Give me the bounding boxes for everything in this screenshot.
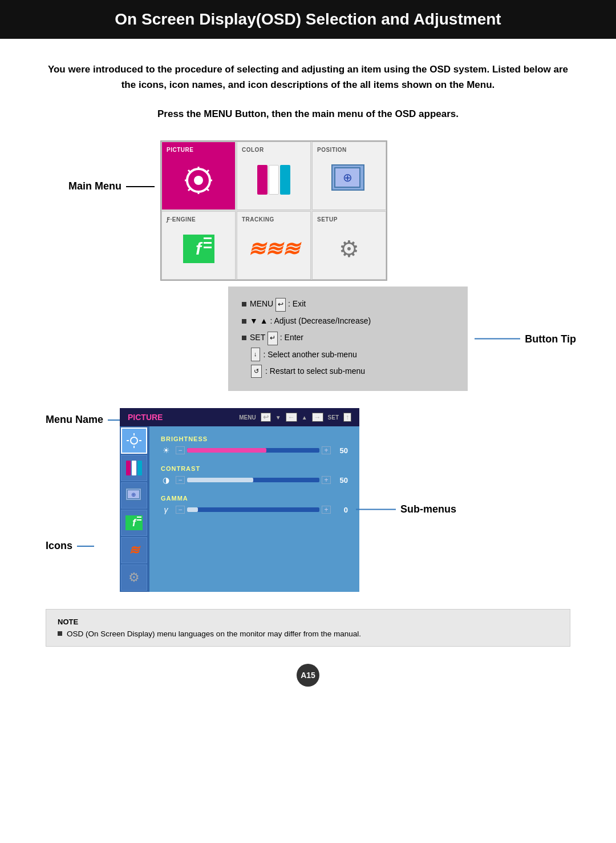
note-title: NOTE	[58, 618, 558, 626]
intro-paragraph: You were introduced to the procedure of …	[46, 62, 570, 92]
nav-left-icon: ←	[286, 413, 297, 422]
icons-label: Icons	[46, 540, 72, 552]
brightness-icon: ☀	[161, 446, 171, 455]
color-label: COLOR	[242, 147, 264, 153]
osd-cell-fengine[interactable]: ƒ·ENGINE f	[161, 211, 236, 280]
fengine-icon: f	[183, 223, 214, 275]
main-menu-section: Main Menu PICTURE	[68, 140, 570, 281]
nav-set: SET	[328, 414, 339, 421]
sidebar-item-1[interactable]	[121, 455, 147, 481]
contrast-icon: ◑	[161, 475, 171, 485]
position-icon: ⊕	[331, 153, 367, 205]
main-menu-label: Main Menu	[68, 180, 121, 192]
tip-2: ▼ ▲ : Adjust (Decrease/Increase)	[250, 314, 371, 328]
note-text: OSD (On Screen Display) menu languages o…	[67, 630, 361, 638]
contrast-plus[interactable]: +	[322, 476, 331, 484]
header-title: On Screen Display(OSD) Selection and Adj…	[115, 10, 501, 28]
osd-main-content: BRIGHTNESS ☀ − + 50	[149, 426, 359, 592]
gamma-label: GAMMA	[161, 495, 348, 502]
position-label: POSITION	[317, 147, 347, 153]
picture-icon	[181, 153, 216, 205]
svg-line-9	[188, 188, 191, 191]
nav-down: ▼	[275, 414, 281, 421]
gamma-plus[interactable]: +	[322, 506, 331, 514]
fengine-label: ƒ·ENGINE	[167, 216, 196, 223]
press-instruction: Press the MENU Button, then the main men…	[46, 108, 570, 120]
osd-cell-position[interactable]: POSITION ⊕	[312, 142, 386, 210]
brightness-fill	[187, 448, 266, 453]
sidebar-item-3[interactable]: f	[121, 510, 147, 536]
button-tip-label: Button Tip	[525, 333, 576, 345]
tip-4: : Select another sub-menu	[264, 348, 357, 362]
nav-up: ▲	[302, 414, 307, 421]
nav-right-icon: →	[312, 413, 323, 422]
osd-main-grid: PICTURE	[160, 140, 387, 281]
gamma-fill	[187, 507, 198, 512]
tip-5: : Restart to select sub-menu	[265, 364, 365, 378]
contrast-track	[187, 478, 319, 482]
setup-icon: ⚙	[339, 223, 359, 275]
gamma-track	[187, 507, 319, 512]
tracking-label: TRACKING	[242, 216, 274, 223]
brightness-label: BRIGHTNESS	[161, 435, 348, 442]
brightness-minus[interactable]: −	[176, 446, 185, 454]
nav-menu-icon: ↩	[261, 413, 271, 422]
sidebar-item-4[interactable]: ≋	[121, 537, 147, 563]
osd-cell-tracking[interactable]: TRACKING ≋≋≋	[237, 211, 311, 280]
osd-detail-title: PICTURE	[128, 413, 163, 422]
color-icon	[257, 153, 290, 205]
brightness-item: BRIGHTNESS ☀ − + 50	[161, 435, 348, 455]
nav-set-icon: ↑	[343, 413, 351, 422]
osd-detail-panel: PICTURE MENU ↩ ▼ ← ▲ → SET ↑	[120, 408, 359, 592]
button-tip-box: MENU ↩ : Exit ▼ ▲ : Adjust (Decrease/Inc…	[228, 287, 468, 391]
nav-text: MENU	[239, 414, 256, 421]
contrast-item: CONTRAST ◑ − + 50	[161, 465, 348, 485]
svg-line-8	[206, 170, 209, 173]
brightness-value: 50	[335, 446, 348, 455]
brightness-track	[187, 448, 319, 453]
picture-label: PICTURE	[167, 147, 193, 153]
brightness-plus[interactable]: +	[322, 446, 331, 454]
sidebar-item-5[interactable]: ⚙	[121, 564, 147, 591]
tracking-icon: ≋≋≋	[248, 223, 299, 275]
svg-point-10	[131, 437, 137, 444]
svg-line-7	[206, 188, 209, 191]
contrast-minus[interactable]: −	[176, 476, 185, 484]
sidebar-item-0[interactable]	[121, 427, 147, 454]
contrast-label: CONTRAST	[161, 465, 348, 472]
sub-menus-label: Sub-menus	[400, 503, 456, 515]
osd-cell-picture[interactable]: PICTURE	[161, 142, 236, 210]
osd-detail-nav: MENU ↩ ▼ ← ▲ → SET ↑	[239, 413, 351, 422]
menu-name-label: Menu Name	[46, 414, 103, 426]
page-header: On Screen Display(OSD) Selection and Adj…	[0, 0, 616, 39]
osd-cell-color[interactable]: COLOR	[237, 142, 311, 210]
gamma-icon: γ	[161, 505, 171, 514]
svg-point-1	[194, 176, 203, 185]
svg-line-6	[188, 170, 191, 173]
tip-1: MENU ↩ : Exit	[250, 297, 306, 312]
gamma-minus[interactable]: −	[176, 506, 185, 514]
osd-detail-body: ⊕ f ≋	[120, 426, 359, 592]
setup-label: SETUP	[317, 216, 338, 223]
osd-sidebar: ⊕ f ≋	[120, 426, 149, 592]
page-number-section: A15	[46, 664, 570, 687]
contrast-fill	[187, 478, 253, 482]
contrast-value: 50	[335, 476, 348, 485]
page-number: A15	[297, 664, 319, 687]
osd-cell-setup[interactable]: SETUP ⚙	[312, 211, 386, 280]
osd-detail-header: PICTURE MENU ↩ ▼ ← ▲ → SET ↑	[120, 408, 359, 426]
tip-3: SET ↵ : Enter	[250, 330, 303, 345]
gamma-item: GAMMA γ − + 0	[161, 495, 348, 514]
note-section: NOTE OSD (On Screen Display) menu langua…	[46, 609, 570, 647]
sidebar-item-2[interactable]: ⊕	[121, 482, 147, 509]
gamma-value: 0	[335, 506, 348, 514]
